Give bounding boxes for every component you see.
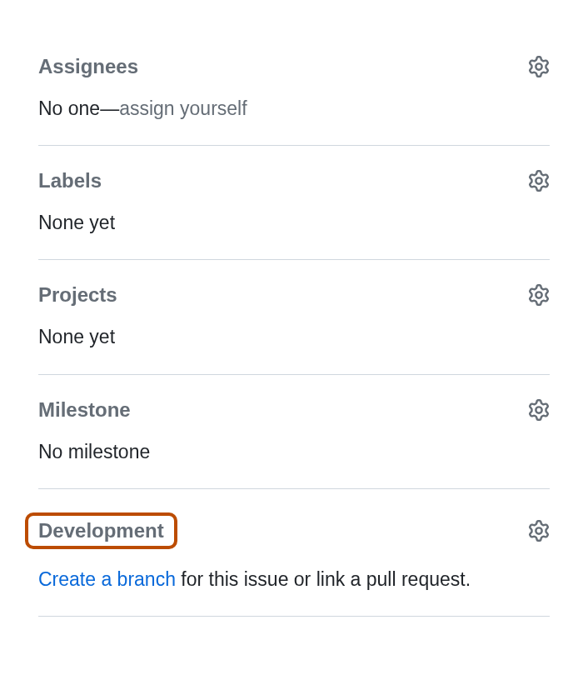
gear-icon[interactable] [528,170,550,192]
labels-title: Labels [38,169,102,192]
projects-header: Projects [38,283,550,307]
assignees-header: Assignees [38,55,550,78]
development-body: Create a branch for this issue or link a… [38,566,550,592]
gear-icon[interactable] [528,520,550,542]
development-header: Development [38,512,550,549]
milestone-body: No milestone [38,438,550,465]
assignees-separator: — [100,98,119,119]
assign-yourself-link[interactable]: assign yourself [119,98,247,119]
labels-header: Labels [38,169,550,192]
assignees-none-text: No one [38,98,100,119]
projects-body: None yet [38,323,550,350]
labels-section: Labels None yet [38,169,550,260]
labels-body: None yet [38,209,550,236]
gear-icon[interactable] [528,284,550,306]
gear-icon[interactable] [528,399,550,421]
development-suffix: for this issue or link a pull request. [176,568,471,590]
gear-icon[interactable] [528,56,550,78]
assignees-section: Assignees No one—assign yourself [38,55,550,146]
assignees-body: No one—assign yourself [38,95,550,122]
milestone-title: Milestone [38,398,131,422]
assignees-title: Assignees [38,55,138,78]
development-title: Development [25,512,177,549]
projects-title: Projects [38,283,117,307]
milestone-header: Milestone [38,398,550,422]
milestone-section: Milestone No milestone [38,398,550,489]
projects-section: Projects None yet [38,283,550,374]
create-branch-link[interactable]: Create a branch [38,568,176,590]
development-section: Development Create a branch for this iss… [38,512,550,617]
